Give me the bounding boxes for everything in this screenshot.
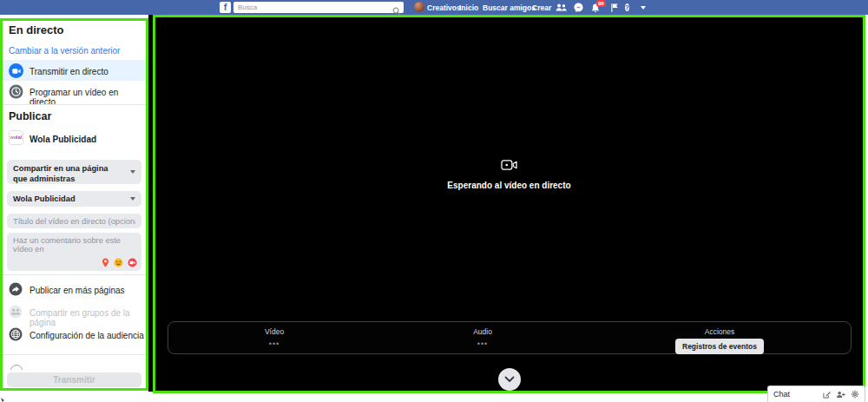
clock-icon: [9, 84, 23, 99]
video-status-column: Vídeo •••: [265, 322, 284, 348]
avatar[interactable]: [414, 2, 424, 12]
search-input[interactable]: [233, 2, 404, 13]
partial-icon: [10, 365, 23, 370]
comment-toolbar: [102, 258, 137, 267]
chevron-down-icon: [504, 376, 515, 383]
option-label: Publicar en más páginas: [30, 286, 125, 295]
divider: [3, 354, 146, 355]
waiting-block: Esperando al vídeo en directo: [155, 159, 863, 190]
menu-item-label: Transmitir en directo: [30, 67, 108, 76]
topbar: f Creativos Inicio Buscar amigos Crear 9…: [0, 0, 868, 15]
search-box: [233, 2, 404, 13]
switch-version-link[interactable]: Cambiar a la versión anterior: [9, 46, 120, 56]
facebook-live-producer-page: f Creativos Inicio Buscar amigos Crear 9…: [0, 0, 868, 402]
emoji-smiley-icon[interactable]: [114, 258, 123, 267]
option-configuracion-audiencia[interactable]: Configuración de la audiencia: [3, 323, 146, 346]
actions-column: Acciones Registros de eventos: [675, 322, 764, 354]
divider: [3, 104, 146, 105]
compose-icon[interactable]: [823, 391, 831, 399]
facebook-logo-icon[interactable]: f: [220, 2, 231, 13]
nav-crear[interactable]: Crear: [532, 3, 551, 12]
menu-item-transmitir[interactable]: Transmitir en directo: [3, 60, 146, 81]
help-icon[interactable]: ?: [625, 3, 629, 12]
option-label: Configuración de la audiencia: [30, 331, 144, 340]
search-icon[interactable]: [392, 3, 401, 19]
live-video-camera-icon: [501, 159, 517, 174]
messenger-icon[interactable]: [574, 3, 583, 12]
live-stage: Esperando al vídeo en directo Vídeo ••• …: [153, 15, 865, 393]
video-title-input[interactable]: [7, 214, 141, 228]
actions-label: Acciones: [675, 327, 764, 336]
option-publicar-mas-paginas[interactable]: Publicar en más páginas: [3, 278, 146, 300]
page-name: Wola Publicidad: [30, 135, 96, 144]
share-target-dropdown[interactable]: Compartir en una página que administras: [7, 160, 141, 184]
page-dropdown[interactable]: Wola Publicidad: [7, 191, 141, 207]
share-target-dropdown-label: Compartir en una página que administras: [7, 160, 141, 188]
chat-label: Chat: [773, 390, 790, 399]
page-dropdown-value: Wola Publicidad: [7, 191, 141, 208]
video-label: Vídeo: [265, 327, 284, 336]
publish-heading: Publicar: [9, 110, 51, 122]
audio-status-column: Audio •••: [473, 322, 492, 348]
share-arrow-icon: [9, 282, 23, 296]
camera-icon[interactable]: [128, 258, 137, 267]
globe-icon: [9, 327, 23, 341]
audio-value: •••: [473, 339, 492, 348]
add-person-icon[interactable]: [836, 391, 845, 399]
divider: [3, 274, 146, 275]
option-compartir-grupos: Compartir en grupos de la página: [3, 300, 146, 323]
account-caret-icon[interactable]: [641, 6, 646, 10]
chevron-down-icon: [130, 197, 135, 201]
pages-flag-icon[interactable]: [610, 3, 619, 13]
chat-bar[interactable]: Chat: [767, 386, 865, 402]
cursor-artifact: [1, 398, 4, 402]
video-camera-icon: [9, 63, 23, 78]
event-log-button[interactable]: Registros de eventos: [675, 339, 764, 354]
nav-inicio[interactable]: Inicio: [459, 3, 478, 12]
comment-textarea[interactable]: [7, 233, 141, 257]
location-pin-icon[interactable]: [102, 258, 109, 267]
status-panel: Vídeo ••• Audio ••• Acciones Registros d…: [168, 321, 852, 354]
nav-buscar-amigos[interactable]: Buscar amigos: [483, 3, 536, 12]
friends-icon[interactable]: [556, 3, 567, 12]
waiting-text: Esperando al vídeo en directo: [155, 181, 863, 190]
notification-badge: 99: [596, 0, 606, 7]
chevron-down-icon: [130, 170, 135, 174]
menu-item-programar[interactable]: Programar un vídeo en directo: [3, 81, 146, 102]
video-value: •••: [265, 339, 284, 348]
comment-box: [7, 233, 141, 271]
collapse-panel-button[interactable]: [498, 368, 521, 391]
audio-label: Audio: [473, 327, 492, 336]
chat-toolbar: [823, 390, 859, 399]
live-sidebar: En directo Cambiar a la versión anterior…: [0, 18, 148, 391]
groups-icon: [9, 305, 23, 319]
gear-icon[interactable]: [851, 390, 859, 399]
page-title: En directo: [9, 23, 64, 36]
profile-link[interactable]: Creativos: [427, 3, 461, 12]
page-logo: wola!: [9, 130, 23, 145]
transmitir-button[interactable]: Transmitir: [7, 372, 141, 387]
